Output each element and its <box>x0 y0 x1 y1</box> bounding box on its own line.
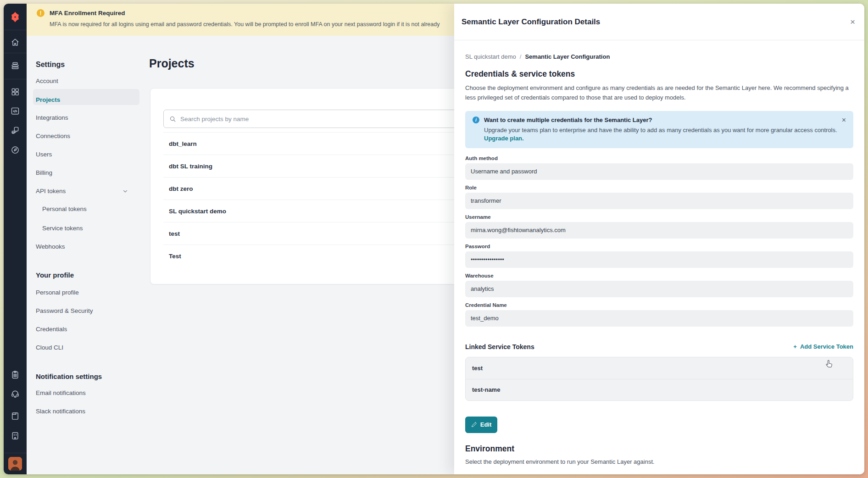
breadcrumb: SL quickstart demo / Semantic Layer Conf… <box>465 53 853 60</box>
add-service-token-button[interactable]: + Add Service Token <box>793 343 853 350</box>
plus-icon: + <box>793 343 797 350</box>
edit-button[interactable]: Edit <box>465 417 497 433</box>
username-value: mirna.wong@fishtownanalytics.com <box>465 222 853 239</box>
icon-rail <box>4 4 27 474</box>
project-row[interactable]: dbt zero <box>163 177 467 200</box>
nav-item-integrations[interactable]: Integrations <box>36 114 68 121</box>
service-token-list: test test-name <box>465 357 853 401</box>
dashboard-grid-icon[interactable] <box>4 84 27 100</box>
warehouse-label: Warehouse <box>465 273 853 278</box>
rail-divider <box>4 53 27 53</box>
project-row[interactable]: SL quickstart demo <box>163 200 467 222</box>
nav-item-email-notifications[interactable]: Email notifications <box>36 389 86 396</box>
dbt-logo-icon <box>9 11 21 23</box>
mfa-banner-title: MFA Enrollment Required <box>50 9 125 17</box>
auth-method-value: Username and password <box>465 163 853 180</box>
add-service-token-label: Add Service Token <box>800 343 853 350</box>
nav-item-projects[interactable]: Projects <box>36 96 60 103</box>
auth-method-label: Auth method <box>465 156 853 161</box>
username-label: Username <box>465 214 853 220</box>
nav-item-billing[interactable]: Billing <box>36 169 52 176</box>
mfa-banner: ! MFA Enrollment Required MFA is now req… <box>27 4 454 36</box>
explore-compass-icon[interactable] <box>4 142 27 158</box>
nav-item-users[interactable]: Users <box>36 151 52 158</box>
credentials-section-description: Choose the deployment environment and co… <box>465 83 851 103</box>
project-row[interactable]: dbt SL training <box>163 155 467 177</box>
ide-code-icon[interactable] <box>4 103 27 119</box>
drawer-header: Semantic Layer Configuration Details × <box>454 4 864 40</box>
rail-divider <box>4 79 27 79</box>
role-value: transformer <box>465 193 853 209</box>
nav-item-connections[interactable]: Connections <box>36 133 70 139</box>
project-search[interactable] <box>163 110 467 128</box>
develop-branch-icon[interactable] <box>4 122 27 138</box>
warehouse-value: analytics <box>465 281 853 297</box>
deploy-icon[interactable] <box>4 58 27 73</box>
mfa-banner-body: MFA is now required for all logins using… <box>50 20 454 28</box>
project-row[interactable]: Test <box>163 245 467 267</box>
info-icon: i <box>473 117 479 123</box>
rail-divider <box>4 453 27 453</box>
linked-service-tokens-title: Linked Service Tokens <box>465 343 534 350</box>
nav-item-cloud-cli[interactable]: Cloud CLI <box>36 344 63 351</box>
credential-fields: Auth method Username and password Role t… <box>465 156 853 327</box>
nav-item-password-security[interactable]: Password & Security <box>36 307 93 314</box>
close-icon[interactable]: × <box>850 17 855 26</box>
page-title: Projects <box>149 57 195 70</box>
projects-card: dbt_learn dbt SL training dbt zero SL qu… <box>150 88 471 284</box>
upgrade-alert: i Want to create multiple credentials fo… <box>465 111 853 148</box>
breadcrumb-project[interactable]: SL quickstart demo <box>465 53 516 60</box>
nav-item-api-tokens[interactable]: API tokens <box>36 188 66 195</box>
breadcrumb-separator: / <box>520 53 522 60</box>
credential-name-value: test_demo <box>465 310 853 327</box>
environment-section-description: Select the deployment environment to run… <box>465 458 853 465</box>
drawer-body: SL quickstart demo / Semantic Layer Conf… <box>454 53 864 465</box>
environment-section-title: Environment <box>465 444 853 454</box>
password-label: Password <box>465 244 853 249</box>
pencil-icon <box>471 422 477 428</box>
support-headset-icon[interactable] <box>4 386 27 401</box>
nav-item-slack-notifications[interactable]: Slack notifications <box>36 408 85 415</box>
dbt-logo[interactable] <box>4 4 27 30</box>
project-row[interactable]: test <box>163 222 467 245</box>
service-token-row[interactable]: test-name <box>466 379 853 400</box>
edit-button-label: Edit <box>480 421 492 428</box>
chevron-down-icon[interactable] <box>122 188 128 196</box>
alert-close-icon[interactable]: × <box>842 117 846 124</box>
upgrade-alert-title: Want to create multiple credentials for … <box>484 117 652 123</box>
credential-name-label: Credential Name <box>465 302 853 308</box>
semantic-layer-drawer: Semantic Layer Configuration Details × S… <box>454 4 864 474</box>
service-token-row[interactable]: test <box>466 357 853 379</box>
upgrade-alert-body: Upgrade your teams plan to enterprise an… <box>484 126 847 134</box>
password-value: •••••••••••••••• <box>465 251 853 268</box>
project-list: dbt_learn dbt SL training dbt zero SL qu… <box>163 132 467 267</box>
organization-icon[interactable] <box>4 428 27 444</box>
project-row[interactable]: dbt_learn <box>163 132 467 155</box>
drawer-title: Semantic Layer Configuration Details <box>462 17 850 27</box>
upgrade-plan-link[interactable]: Upgrade plan. <box>484 134 847 143</box>
nav-section-notification-settings: Notification settings <box>36 372 102 380</box>
app-window: ! MFA Enrollment Required MFA is now req… <box>4 4 864 474</box>
nav-item-webhooks[interactable]: Webhooks <box>36 243 65 250</box>
search-icon <box>169 116 176 122</box>
nav-item-account[interactable]: Account <box>36 78 58 84</box>
nav-item-credentials[interactable]: Credentials <box>36 326 67 333</box>
credentials-section-title: Credentials & service tokens <box>465 69 853 79</box>
role-label: Role <box>465 185 853 190</box>
warning-icon: ! <box>37 9 45 17</box>
nav-item-service-tokens[interactable]: Service tokens <box>42 225 83 232</box>
docs-book-icon[interactable] <box>4 408 27 424</box>
home-icon[interactable] <box>4 34 27 50</box>
nav-section-settings: Settings <box>36 61 65 69</box>
user-avatar[interactable] <box>8 457 22 471</box>
nav-item-personal-profile[interactable]: Personal profile <box>36 289 79 296</box>
search-input[interactable] <box>180 116 437 122</box>
nav-item-personal-tokens[interactable]: Personal tokens <box>42 206 87 212</box>
nav-section-your-profile: Your profile <box>36 271 74 279</box>
breadcrumb-current: Semantic Layer Configuration <box>525 53 610 60</box>
changelog-clipboard-icon[interactable] <box>4 367 27 383</box>
